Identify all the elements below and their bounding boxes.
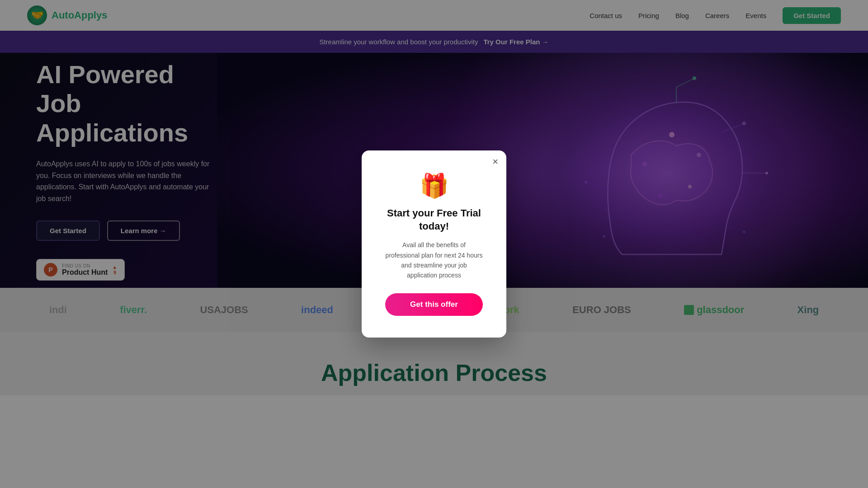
modal-cta-button[interactable]: Get this offer bbox=[385, 293, 483, 316]
modal-gift-icon: 🎁 bbox=[385, 172, 483, 200]
modal-description: Avail all the benefits of professional p… bbox=[385, 240, 483, 281]
modal-overlay[interactable]: × 🎁 Start your Free Trial today! Avail a… bbox=[0, 0, 868, 488]
modal-title: Start your Free Trial today! bbox=[385, 207, 483, 233]
trial-modal: × 🎁 Start your Free Trial today! Avail a… bbox=[362, 150, 506, 338]
modal-close-button[interactable]: × bbox=[492, 157, 498, 167]
